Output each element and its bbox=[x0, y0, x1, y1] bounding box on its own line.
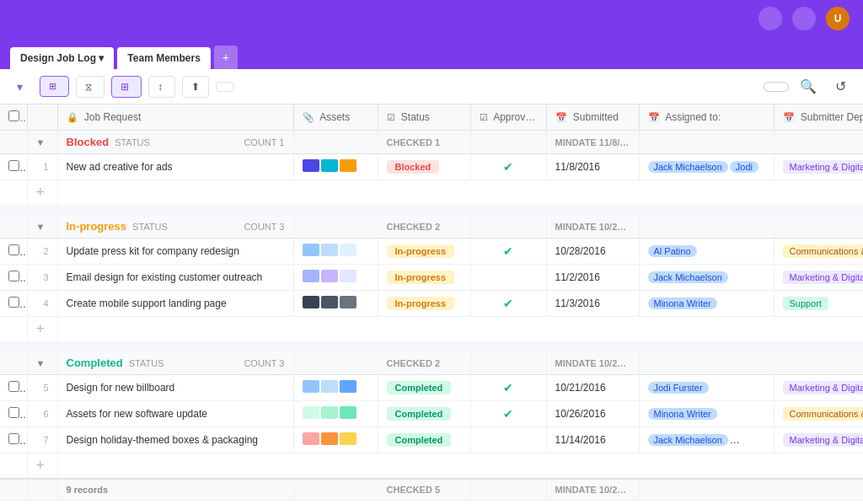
row-assigned[interactable]: Jack Michaelson bbox=[639, 265, 774, 291]
col-header-check[interactable] bbox=[0, 105, 27, 131]
row-check[interactable] bbox=[0, 239, 27, 265]
row-assigned[interactable]: Al Patino bbox=[639, 239, 774, 265]
notifications-button[interactable] bbox=[792, 7, 816, 30]
row-job[interactable]: Email design for existing customer outre… bbox=[57, 265, 293, 291]
row-approved[interactable]: ✔ bbox=[470, 239, 546, 265]
row-assets[interactable] bbox=[293, 375, 378, 401]
row-approved[interactable]: ✔ bbox=[470, 401, 546, 427]
user-avatar[interactable]: U bbox=[826, 7, 850, 30]
col-header-status[interactable]: ☑ Status bbox=[378, 105, 470, 131]
add-row-icon[interactable]: + bbox=[27, 317, 57, 342]
row-job[interactable]: Design holiday-themed boxes & packaging bbox=[57, 427, 293, 453]
row-dept[interactable]: Marketing & Digital Media bbox=[774, 154, 863, 180]
row-assets[interactable] bbox=[293, 265, 378, 291]
row-assigned[interactable]: Minona Writer bbox=[639, 291, 774, 317]
export-icon: ⬆ bbox=[191, 81, 200, 93]
refresh-button[interactable]: ↺ bbox=[828, 74, 853, 99]
row-dept[interactable]: Marketing & Digital Media bbox=[774, 375, 863, 401]
tab-team-members[interactable]: Team Members bbox=[117, 47, 210, 69]
group-dept-cell bbox=[774, 215, 863, 239]
search-button[interactable]: 🔍 bbox=[796, 74, 821, 99]
more-button[interactable] bbox=[216, 82, 234, 92]
col-assets-label: Assets bbox=[319, 111, 350, 123]
row-status[interactable]: Completed bbox=[378, 401, 470, 427]
help-button[interactable] bbox=[758, 7, 782, 30]
add-row-button[interactable]: + bbox=[0, 317, 863, 342]
row-submitted[interactable]: 10/28/2016 bbox=[546, 239, 639, 265]
add-row-button[interactable]: + bbox=[0, 453, 863, 480]
row-submitted[interactable]: 11/3/2016 bbox=[546, 291, 639, 317]
row-assets[interactable] bbox=[293, 401, 378, 427]
row-approved[interactable] bbox=[470, 427, 546, 453]
group-icon: ⊞ bbox=[121, 81, 129, 93]
row-assets[interactable] bbox=[293, 427, 378, 453]
group-toggle-icon[interactable]: ▼ bbox=[36, 137, 46, 147]
row-submitted[interactable]: 10/26/2016 bbox=[546, 401, 639, 427]
row-job[interactable]: New ad creative for ads bbox=[57, 154, 293, 180]
table-row: 2 Update press kit for company redesign … bbox=[0, 239, 863, 265]
row-dept[interactable]: Communications & PR bbox=[774, 401, 863, 427]
group-button[interactable]: ⊞ bbox=[111, 76, 142, 98]
group-toggle-icon[interactable]: ▼ bbox=[36, 222, 46, 232]
hidden-fields-button[interactable]: ⊞ bbox=[40, 76, 69, 97]
add-tab-button[interactable]: + bbox=[214, 46, 238, 69]
row-assets[interactable] bbox=[293, 291, 378, 317]
status-badge: Completed bbox=[387, 433, 452, 447]
tab-design-job-log[interactable]: Design Job Log ▾ bbox=[10, 47, 114, 69]
row-approved[interactable]: ✔ bbox=[470, 375, 546, 401]
row-status[interactable]: In-progress bbox=[378, 239, 470, 265]
row-status[interactable]: Completed bbox=[378, 427, 470, 453]
row-check[interactable] bbox=[0, 291, 27, 317]
row-submitted[interactable]: 11/14/2016 bbox=[546, 427, 639, 453]
row-check[interactable] bbox=[0, 375, 27, 401]
row-job[interactable]: Update press kit for company redesign bbox=[57, 239, 293, 265]
row-approved[interactable]: ✔ bbox=[470, 154, 546, 180]
row-job[interactable]: Assets for new software update bbox=[57, 401, 293, 427]
row-dept[interactable]: Marketing & Digital Media bbox=[774, 265, 863, 291]
filter-button[interactable]: ⧖ bbox=[76, 76, 105, 98]
row-check[interactable] bbox=[0, 154, 27, 180]
row-check[interactable] bbox=[0, 265, 27, 291]
add-row-icon[interactable]: + bbox=[27, 180, 57, 206]
row-assigned[interactable]: Jodi Furster bbox=[639, 375, 774, 401]
table-container: 🔒 Job Request 📎 Assets ☑ Status ☑ Approv… bbox=[0, 105, 863, 504]
col-header-assets[interactable]: 📎 Assets bbox=[293, 105, 378, 131]
col-header-submitted[interactable]: 📅 Submitted bbox=[546, 105, 639, 131]
row-status[interactable]: Blocked bbox=[378, 154, 470, 180]
group-toggle-icon[interactable]: ▼ bbox=[36, 358, 46, 368]
row-submitted[interactable]: 11/8/2016 bbox=[546, 154, 639, 180]
status-badge: Completed bbox=[387, 381, 452, 394]
assigned-pill: Minona Writer bbox=[648, 408, 717, 420]
row-submitted[interactable]: 10/21/2016 bbox=[546, 375, 639, 401]
row-dept[interactable]: Support bbox=[774, 291, 863, 317]
col-header-assigned[interactable]: 📅 Assigned to: bbox=[639, 105, 774, 131]
row-status[interactable]: In-progress bbox=[378, 265, 470, 291]
group-label-cell: In-progress STATUS COUNT 3 bbox=[57, 215, 293, 239]
row-assets[interactable] bbox=[293, 239, 378, 265]
share-button[interactable] bbox=[764, 82, 789, 92]
group-approved-cell bbox=[470, 351, 546, 375]
row-approved[interactable]: ✔ bbox=[470, 291, 546, 317]
row-dept[interactable]: Communications & PR bbox=[774, 239, 863, 265]
add-row-icon[interactable]: + bbox=[27, 453, 57, 480]
export-button[interactable]: ⬆ bbox=[182, 76, 209, 98]
view-selector[interactable]: ▾ bbox=[10, 77, 33, 97]
add-row-button[interactable]: + bbox=[0, 180, 863, 206]
row-assigned[interactable]: Jack MichaelsonJodi bbox=[639, 154, 774, 180]
row-assets[interactable] bbox=[293, 154, 378, 180]
row-assigned[interactable]: Jack MichaelsonAl Pa bbox=[639, 427, 774, 453]
row-job[interactable]: Design for new billboard bbox=[57, 375, 293, 401]
row-assigned[interactable]: Minona Writer bbox=[639, 401, 774, 427]
col-header-approved[interactable]: ☑ Approved? bbox=[470, 105, 546, 131]
row-approved[interactable] bbox=[470, 265, 546, 291]
row-job[interactable]: Create mobile support landing page bbox=[57, 291, 293, 317]
row-status[interactable]: Completed bbox=[378, 375, 470, 401]
sort-button[interactable]: ↕ bbox=[148, 76, 175, 98]
row-check[interactable] bbox=[0, 401, 27, 427]
col-header-job[interactable]: 🔒 Job Request bbox=[57, 105, 293, 131]
row-submitted[interactable]: 11/2/2016 bbox=[546, 265, 639, 291]
row-status[interactable]: In-progress bbox=[378, 291, 470, 317]
col-header-dept[interactable]: 📅 Submitter Dept. bbox=[774, 105, 863, 131]
row-dept[interactable]: Marketing & Digital Media bbox=[774, 427, 863, 453]
row-check[interactable] bbox=[0, 427, 27, 453]
